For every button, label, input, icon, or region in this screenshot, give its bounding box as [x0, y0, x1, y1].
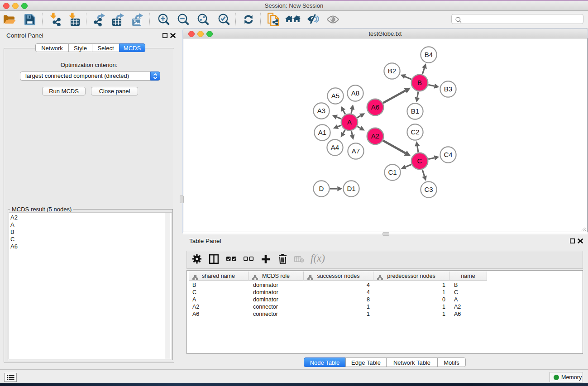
svg-text:A5: A5 [331, 92, 339, 100]
svg-text:C2: C2 [411, 128, 419, 136]
svg-text:B4: B4 [425, 51, 433, 58]
svg-text:A: A [347, 118, 352, 126]
svg-text:A6: A6 [371, 103, 379, 111]
svg-text:C4: C4 [444, 151, 452, 158]
svg-text:A7: A7 [352, 147, 360, 155]
svg-text:A4: A4 [331, 143, 339, 151]
svg-text:A2: A2 [371, 132, 379, 140]
svg-text:D: D [319, 185, 324, 192]
svg-text:A1: A1 [318, 129, 326, 136]
svg-text:B1: B1 [411, 107, 419, 115]
svg-text:B3: B3 [444, 85, 452, 93]
svg-text:B2: B2 [388, 67, 396, 75]
svg-text:C1: C1 [388, 168, 397, 176]
svg-text:C3: C3 [424, 186, 433, 193]
svg-text:A3: A3 [317, 107, 325, 114]
svg-text:A8: A8 [351, 89, 359, 97]
svg-text:C: C [417, 157, 422, 165]
svg-text:B: B [417, 79, 422, 86]
svg-text:D1: D1 [347, 185, 355, 192]
